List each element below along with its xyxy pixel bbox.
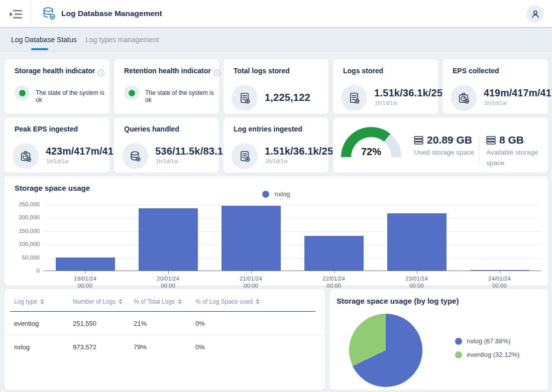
chart-bar[interactable] bbox=[139, 208, 198, 271]
user-avatar-button[interactable] bbox=[526, 5, 544, 23]
x-tick-label-line: 21/01/24 bbox=[211, 275, 291, 282]
column-header-label: Number of Logs bbox=[73, 298, 116, 305]
menu-unfold-icon[interactable] bbox=[7, 7, 25, 22]
table-cell: eventlog bbox=[14, 320, 73, 327]
card-logs-stored: Logs stored 1.51k/36.1k/252k 1h/1d/1w bbox=[333, 59, 438, 114]
chart-bar[interactable] bbox=[304, 236, 364, 271]
card-title: Storage health indicator bbox=[15, 67, 104, 76]
y-tick-label: 250,000 bbox=[5, 201, 40, 207]
x-axis-tick bbox=[334, 271, 335, 274]
table-cell: 79% bbox=[134, 343, 195, 351]
card-log-entries: Log entries ingested 1.51k/36.1k/252k 1h… bbox=[223, 117, 329, 173]
metric-period: 1h/1d/1w bbox=[375, 100, 397, 106]
card-storage-by-log-type: Storage space usage (by log type) nxlog … bbox=[329, 289, 548, 390]
legend-dot bbox=[455, 338, 462, 345]
x-tick-label-line: 24/01/24 bbox=[460, 275, 540, 282]
sort-up-arrow bbox=[119, 299, 123, 301]
table-row[interactable]: nxlog973,57279%0% bbox=[5, 335, 325, 358]
sort-arrows-icon[interactable] bbox=[119, 299, 123, 304]
available-storage-value-row: 8 GB bbox=[486, 134, 524, 146]
legend-item[interactable]: nxlog bbox=[262, 190, 290, 198]
chart-legend: nxlog bbox=[5, 190, 548, 198]
log-type-table: Log typeNumber of Logs% of Total Logs% o… bbox=[5, 289, 325, 358]
used-storage-value: 20.89 GB bbox=[427, 134, 472, 146]
available-storage-label: Available storage space bbox=[486, 148, 542, 169]
legend-dot bbox=[455, 351, 462, 358]
green-status-dot bbox=[129, 90, 135, 96]
available-storage-value: 8 GB bbox=[499, 134, 524, 146]
tab-log-types-management[interactable]: Log types management bbox=[85, 28, 159, 52]
database-check-icon bbox=[42, 7, 56, 23]
bar-chart-plot-area: 19/01/2400:0020/01/2400:0021/01/2400:002… bbox=[44, 205, 541, 271]
chart-bar[interactable] bbox=[387, 213, 447, 271]
metric-value: 536/11.5k/83.1k bbox=[155, 146, 229, 157]
icon-circle bbox=[122, 143, 148, 169]
info-icon[interactable] bbox=[98, 70, 104, 76]
column-header-label: % of Total Logs bbox=[134, 298, 175, 305]
x-axis-line bbox=[44, 271, 541, 271]
x-tick-label: 22/01/2400:00 bbox=[294, 275, 374, 290]
card-storage-space-usage-chart: Storage space usage nxlog 050,000100,000… bbox=[4, 176, 548, 286]
x-tick-label-line: 23/01/24 bbox=[377, 275, 457, 282]
x-axis-tick bbox=[251, 271, 252, 274]
card-title: EPS collected bbox=[453, 67, 499, 75]
x-axis-tick bbox=[500, 271, 500, 274]
document-icon bbox=[348, 92, 360, 104]
card-total-logs: Total logs stored 1,225,122 bbox=[223, 59, 329, 114]
chart-bar[interactable] bbox=[470, 270, 529, 271]
pie-chart[interactable] bbox=[349, 314, 422, 387]
icon-circle bbox=[13, 143, 39, 169]
gridline bbox=[44, 258, 541, 258]
x-tick-label-line: 19/01/24 bbox=[45, 275, 126, 282]
green-status-dot bbox=[19, 90, 26, 96]
column-header-log-type[interactable]: Log type bbox=[14, 298, 73, 305]
app-header: Log Database Management bbox=[0, 0, 552, 28]
icon-circle bbox=[341, 85, 367, 111]
gauge-percent: 72% bbox=[341, 146, 401, 158]
column-header--of-total-logs[interactable]: % of Total Logs bbox=[134, 298, 195, 305]
meter-icon bbox=[20, 150, 32, 162]
legend-dot bbox=[262, 191, 269, 198]
card-title: Total logs stored bbox=[234, 67, 290, 75]
table-cell: 251,550 bbox=[73, 320, 134, 327]
metric-value: 1,225,122 bbox=[265, 92, 310, 103]
chart-bar[interactable] bbox=[222, 206, 281, 271]
table-row[interactable]: eventlog251,55021%0% bbox=[5, 312, 325, 335]
disk-stack-icon bbox=[486, 136, 496, 145]
column-header-number-of-logs[interactable]: Number of Logs bbox=[73, 298, 134, 305]
x-tick-label: 20/01/2400:00 bbox=[128, 275, 208, 290]
person-icon bbox=[530, 9, 541, 20]
sort-arrows-icon[interactable] bbox=[40, 299, 44, 304]
x-tick-label-line: 20/01/24 bbox=[128, 275, 208, 282]
x-tick-label: 24/01/2400:00 bbox=[460, 275, 540, 290]
card-title-text: Storage health indicator bbox=[15, 67, 95, 75]
used-storage-label: Used storage space bbox=[414, 148, 479, 158]
info-icon[interactable] bbox=[214, 70, 220, 76]
icon-circle bbox=[232, 85, 258, 111]
x-tick-label: 19/01/2400:00 bbox=[45, 275, 126, 290]
table-cell: 973,572 bbox=[73, 343, 134, 351]
sort-up-arrow bbox=[178, 299, 182, 301]
chart-bar[interactable] bbox=[56, 257, 115, 271]
status-indicator bbox=[124, 85, 139, 100]
pie-legend-item-nxlog[interactable]: nxlog (67.88%) bbox=[455, 337, 520, 345]
sort-arrows-icon[interactable] bbox=[256, 299, 260, 304]
sort-down-arrow bbox=[40, 302, 44, 304]
sort-arrows-icon[interactable] bbox=[178, 299, 182, 304]
status-text: The state of the system is ok bbox=[145, 89, 219, 103]
sort-down-arrow bbox=[119, 302, 123, 304]
card-log-type-table: Log typeNumber of Logs% of Total Logs% o… bbox=[4, 289, 325, 390]
table-cell: 0% bbox=[195, 320, 320, 327]
card-title-text: Retention health indicator bbox=[124, 67, 211, 75]
gridline bbox=[44, 231, 541, 232]
card-title: Peak EPS ingested bbox=[15, 125, 78, 133]
pie-legend-item-eventlog[interactable]: eventlog (32.12%) bbox=[455, 351, 520, 358]
card-title: Queries handled bbox=[124, 125, 179, 133]
column-header--of-log-space-used[interactable]: % of Log Space used bbox=[195, 298, 320, 305]
card-title: Logs stored bbox=[343, 67, 383, 75]
legend-label: nxlog (67.88%) bbox=[467, 337, 510, 345]
sort-up-arrow bbox=[256, 299, 260, 301]
header-divider bbox=[31, 0, 31, 28]
y-tick-label: 0 bbox=[5, 268, 40, 274]
column-header-label: % of Log Space used bbox=[195, 298, 253, 305]
